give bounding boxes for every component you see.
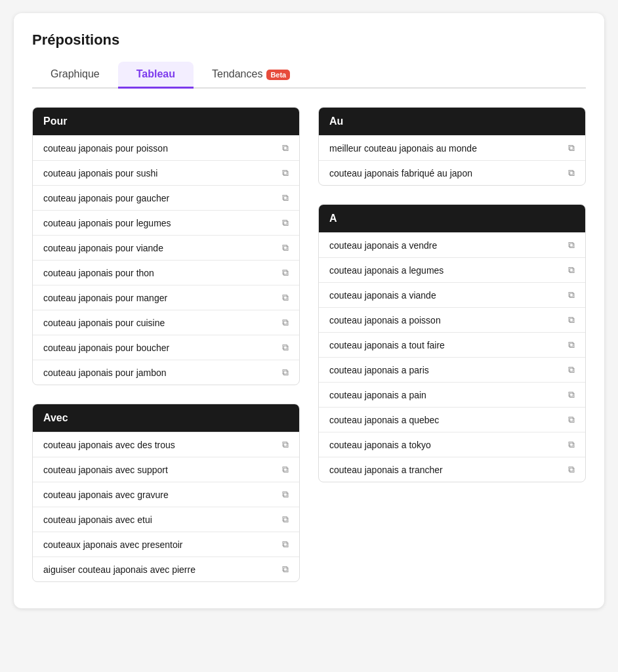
list-item[interactable]: couteau japonais pour poisson⧉ (33, 135, 299, 160)
external-link-icon: ⧉ (282, 167, 289, 178)
external-link-icon: ⧉ (568, 264, 575, 276)
list-item[interactable]: couteau japonais avec gravure⧉ (33, 482, 299, 507)
list-item[interactable]: couteau japonais pour jambon⧉ (33, 360, 299, 385)
external-link-icon: ⧉ (282, 267, 289, 278)
external-link-icon: ⧉ (568, 364, 575, 375)
external-link-icon: ⧉ (568, 289, 575, 301)
list-item[interactable]: couteau japonais a poisson⧉ (319, 307, 585, 332)
list-item[interactable]: couteau japonais pour viande⧉ (33, 235, 299, 260)
list-item[interactable]: couteau japonais avec des trous⧉ (33, 432, 299, 457)
left-column: Pour couteau japonais pour poisson⧉ cout… (32, 107, 300, 582)
list-item[interactable]: couteau japonais a tout faire⧉ (319, 332, 585, 357)
external-link-icon: ⧉ (568, 389, 575, 400)
beta-badge: Beta (266, 70, 290, 80)
list-item[interactable]: couteau japonais pour gaucher⧉ (33, 185, 299, 210)
section-header-au: Au (319, 108, 585, 135)
list-item[interactable]: couteau japonais fabriqué au japon⧉ (319, 160, 585, 185)
list-item[interactable]: couteau japonais avec support⧉ (33, 457, 299, 482)
external-link-icon: ⧉ (282, 317, 289, 328)
section-header-pour: Pour (33, 108, 299, 135)
external-link-icon: ⧉ (282, 142, 289, 154)
list-item[interactable]: couteau japonais a paris⧉ (319, 357, 585, 382)
list-item[interactable]: couteau japonais pour manger⧉ (33, 285, 299, 310)
section-pour: Pour couteau japonais pour poisson⧉ cout… (32, 107, 300, 385)
list-item[interactable]: meilleur couteau japonais au monde⧉ (319, 135, 585, 160)
list-item[interactable]: couteau japonais a viande⧉ (319, 282, 585, 307)
external-link-icon: ⧉ (568, 314, 575, 326)
list-item[interactable]: couteau japonais a vendre⧉ (319, 232, 585, 257)
section-a: A couteau japonais a vendre⧉ couteau jap… (318, 204, 586, 482)
external-link-icon: ⧉ (568, 464, 575, 475)
external-link-icon: ⧉ (282, 464, 289, 475)
section-au: Au meilleur couteau japonais au monde⧉ c… (318, 107, 586, 186)
external-link-icon: ⧉ (282, 539, 289, 550)
sections-grid: Pour couteau japonais pour poisson⧉ cout… (32, 107, 586, 582)
list-item[interactable]: couteau japonais a trancher⧉ (319, 457, 585, 482)
tab-tendances[interactable]: TendancesBeta (194, 62, 308, 89)
list-item[interactable]: couteau japonais a pain⧉ (319, 382, 585, 407)
list-item[interactable]: couteau japonais pour legumes⧉ (33, 210, 299, 235)
list-item[interactable]: couteau japonais pour thon⧉ (33, 260, 299, 285)
external-link-icon: ⧉ (282, 192, 289, 203)
external-link-icon: ⧉ (568, 240, 575, 251)
list-item[interactable]: couteau japonais a quebec⧉ (319, 407, 585, 432)
external-link-icon: ⧉ (568, 439, 575, 450)
external-link-icon: ⧉ (282, 367, 289, 378)
list-item[interactable]: couteau japonais pour boucher⧉ (33, 335, 299, 360)
section-header-a: A (319, 205, 585, 232)
external-link-icon: ⧉ (282, 489, 289, 500)
external-link-icon: ⧉ (282, 514, 289, 525)
list-item[interactable]: couteau japonais a tokyo⧉ (319, 432, 585, 457)
page-title: Prépositions (32, 32, 586, 49)
list-item[interactable]: couteau japonais avec etui⧉ (33, 507, 299, 532)
section-avec: Avec couteau japonais avec des trous⧉ co… (32, 404, 300, 582)
tab-bar: Graphique Tableau TendancesBeta (32, 62, 586, 89)
section-header-avec: Avec (33, 404, 299, 432)
external-link-icon: ⧉ (282, 342, 289, 353)
external-link-icon: ⧉ (282, 564, 289, 575)
external-link-icon: ⧉ (568, 414, 575, 425)
main-card: Prépositions Graphique Tableau Tendances… (14, 13, 604, 608)
tab-graphique[interactable]: Graphique (32, 62, 118, 89)
tab-tableau[interactable]: Tableau (118, 62, 194, 89)
external-link-icon: ⧉ (568, 339, 575, 350)
list-item[interactable]: couteau japonais pour sushi⧉ (33, 160, 299, 185)
list-item[interactable]: aiguiser couteau japonais avec pierre⧉ (33, 556, 299, 581)
right-column: Au meilleur couteau japonais au monde⧉ c… (318, 107, 586, 582)
external-link-icon: ⧉ (282, 242, 289, 253)
external-link-icon: ⧉ (568, 167, 575, 178)
external-link-icon: ⧉ (282, 292, 289, 303)
external-link-icon: ⧉ (568, 142, 575, 154)
list-item[interactable]: couteaux japonais avec presentoir⧉ (33, 532, 299, 556)
external-link-icon: ⧉ (282, 439, 289, 450)
external-link-icon: ⧉ (282, 217, 289, 228)
list-item[interactable]: couteau japonais pour cuisine⧉ (33, 310, 299, 335)
list-item[interactable]: couteau japonais a legumes⧉ (319, 257, 585, 282)
